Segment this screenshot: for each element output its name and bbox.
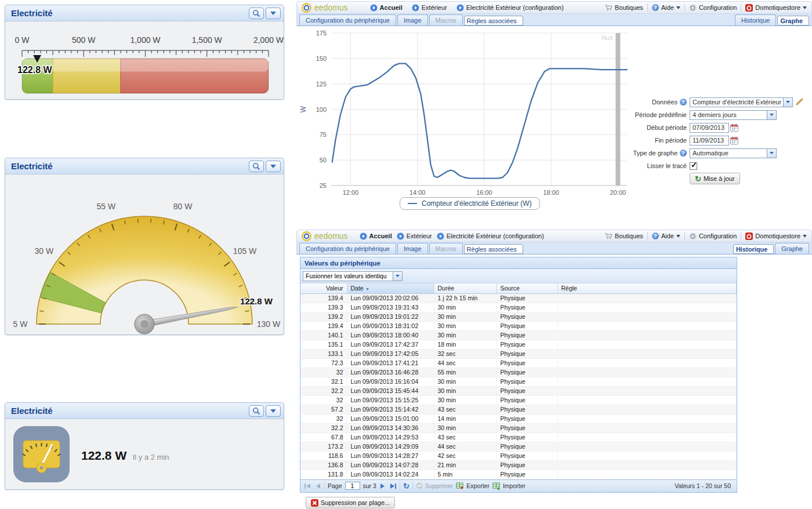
table-row[interactable]: 139.4Lun 09/09/2013 18:31:0230 minPhysiq… [300, 321, 737, 330]
zoom-button[interactable] [249, 405, 264, 417]
tab-historique[interactable]: Historique [735, 14, 777, 26]
tab-configuration-peripherique[interactable]: Configuration du périphérique [299, 14, 396, 26]
paging-toolbar: Page sur 3 ↻ Supprimer Exporter [300, 479, 737, 492]
widget-menu-button[interactable] [266, 405, 281, 417]
widget-menu-button[interactable] [266, 8, 281, 19]
nav-configuration[interactable]: Configuration [689, 4, 737, 12]
cell-date: Lun 09/09/2013 17:41:21 [347, 358, 434, 368]
nav-aide[interactable]: ? Aide [652, 232, 680, 239]
type-graphe-select[interactable]: Automatique [690, 148, 777, 158]
nav-domotiquestore[interactable]: Domotiquestore [745, 4, 807, 12]
table-row[interactable]: 136.8Lun 09/09/2013 14:07:2821 minPhysiq… [300, 460, 737, 470]
red-x-icon [311, 499, 318, 507]
tab-historique[interactable]: Historique [733, 244, 774, 254]
table-row[interactable]: 135.1Lun 09/09/2013 17:42:3718 minPhysiq… [300, 340, 737, 349]
tab-configuration-peripherique[interactable]: Configuration du périphérique [299, 243, 396, 254]
refresh-button[interactable]: ↻ [403, 483, 409, 489]
table-row[interactable]: 173.2Lun 09/09/2013 14:29:0944 secPhysiq… [300, 442, 737, 451]
export-button[interactable]: Exporter [456, 482, 490, 490]
chart-legend[interactable]: Compteur d'électricité Extérieur (W) [400, 197, 540, 210]
breadcrumb-exterieur[interactable]: Extérieur [397, 232, 432, 240]
cell-valeur: 67.8 [300, 432, 347, 442]
edit-pencil-icon[interactable] [796, 98, 803, 107]
cell-date: Lun 09/09/2013 18:00:40 [347, 330, 434, 340]
breadcrumb-exterieur[interactable]: Extérieur [412, 4, 447, 12]
arrow-circle-icon [412, 4, 419, 12]
next-page-button[interactable] [379, 483, 386, 489]
table-row[interactable]: 32Lun 09/09/2013 15:15:2530 minPhysique [300, 395, 737, 405]
periode-select[interactable]: 4 derniers jours [690, 110, 777, 120]
calendar-icon[interactable] [730, 123, 738, 132]
cell-regle [557, 321, 737, 330]
tab-graphe[interactable]: Graphe [777, 16, 809, 26]
y-axis-title: W [299, 106, 307, 112]
table-row[interactable]: 32.1Lun 09/09/2013 16:16:0430 minPhysiqu… [300, 377, 737, 386]
last-page-button[interactable] [389, 483, 397, 489]
debut-date-input[interactable]: 07/09/2013 [690, 123, 729, 133]
donnees-select[interactable]: Compteur d'électricité Extérieur [690, 97, 793, 107]
zoom-button[interactable] [249, 161, 264, 172]
nav-boutiques[interactable]: Boutiques [604, 4, 643, 11]
fin-date-input[interactable]: 11/09/2013 [690, 136, 729, 146]
eedomus-logo[interactable]: eedomus [302, 231, 348, 241]
table-row[interactable]: 67.8Lun 09/09/2013 14:29:5343 secPhysiqu… [300, 432, 737, 442]
column-header-date[interactable]: Date [347, 283, 434, 293]
cell-source: Physique [496, 312, 557, 321]
help-icon: ? [652, 232, 659, 239]
breadcrumb-accueil[interactable]: Accueil [360, 232, 392, 240]
nav-configuration[interactable]: Configuration [689, 232, 737, 240]
cell-regle [557, 432, 737, 442]
widget-menu-button[interactable] [266, 161, 281, 172]
cell-regle [557, 358, 737, 368]
table-row[interactable]: 118.6Lun 09/09/2013 14:28:2742 secPhysiq… [300, 451, 737, 460]
lisser-checkbox[interactable]: ✓ [690, 162, 697, 170]
nav-boutiques[interactable]: Boutiques [604, 232, 643, 239]
calendar-icon[interactable] [730, 136, 738, 145]
zoom-button[interactable] [249, 8, 264, 19]
column-header-valeur[interactable]: Valeur [300, 283, 347, 293]
nav-domotiquestore[interactable]: Domotiquestore [745, 232, 807, 240]
table-row[interactable]: 57.2Lun 09/09/2013 15:14:4243 secPhysiqu… [300, 405, 737, 414]
table-row[interactable]: 32Lun 09/09/2013 16:46:2855 minPhysique [300, 368, 737, 377]
tab-image[interactable]: Image [397, 14, 428, 26]
tab-regles-associees[interactable]: Règles associées [464, 244, 523, 254]
breadcrumb-device[interactable]: Electricité Extérieur (configuration) [456, 4, 564, 12]
cell-valeur: 135.1 [300, 340, 347, 349]
help-icon[interactable]: ? [680, 99, 687, 106]
table-row[interactable]: 140.1Lun 09/09/2013 18:00:4030 minPhysiq… [300, 330, 737, 340]
tab-graphe[interactable]: Graphe [775, 243, 809, 254]
table-row[interactable]: 72.3Lun 09/09/2013 17:41:2144 secPhysiqu… [300, 358, 737, 368]
table-row[interactable]: 139.4Lun 09/09/2013 20:02:061 j 22 h 15 … [300, 293, 737, 303]
y-tick-label: 125 [316, 81, 327, 88]
column-header-duree[interactable]: Durée [434, 283, 496, 293]
column-header-regle[interactable]: Règle [557, 283, 737, 293]
table-row[interactable]: 32.2Lun 09/09/2013 15:45:4430 minPhysiqu… [300, 386, 737, 395]
range-delete-button[interactable]: Suppression par plage... [306, 497, 395, 508]
chevron-down-icon [676, 6, 680, 9]
magnifier-icon [252, 9, 260, 17]
breadcrumb-device[interactable]: Electricité Extérieur (configuration) [437, 232, 544, 240]
table-row[interactable]: 32.2Lun 09/09/2013 14:30:3630 minPhysiqu… [300, 423, 737, 432]
tab-regles-associees[interactable]: Règles associées [464, 16, 523, 26]
table-row[interactable]: 139.3Lun 09/09/2013 19:31:4330 minPhysiq… [300, 303, 737, 312]
cell-duree: 30 min [434, 395, 496, 405]
mise-a-jour-button[interactable]: ↻Mise à jour [690, 173, 740, 184]
merge-values-select[interactable]: Fusionner les valeurs identiqu [303, 271, 403, 281]
column-header-source[interactable]: Source [496, 283, 557, 293]
tab-image[interactable]: Image [397, 243, 428, 254]
nav-aide[interactable]: ? Aide [652, 4, 680, 11]
chevron-down-icon [770, 152, 774, 154]
table-row[interactable]: 131.8Lun 09/09/2013 14:02:245 minPhysiqu… [300, 470, 737, 479]
cell-date: Lun 09/09/2013 14:02:24 [347, 470, 434, 479]
table-row[interactable]: 32Lun 09/09/2013 15:01:0014 minPhysique [300, 414, 737, 423]
breadcrumb-accueil[interactable]: Accueil [370, 4, 403, 12]
help-icon[interactable]: ? [680, 150, 687, 157]
divider [647, 3, 648, 12]
page-input[interactable] [345, 482, 360, 490]
table-row[interactable]: 139.2Lun 09/09/2013 19:01:2230 minPhysiq… [300, 312, 737, 321]
table-row[interactable]: 133.1Lun 09/09/2013 17:42:0532 secPhysiq… [300, 349, 737, 358]
arrow-circle-icon [456, 4, 464, 12]
eedomus-logo[interactable]: eedomus [302, 3, 348, 13]
legend-label: Compteur d'électricité Extérieur (W) [422, 199, 532, 208]
import-button[interactable]: Importer [492, 482, 525, 490]
